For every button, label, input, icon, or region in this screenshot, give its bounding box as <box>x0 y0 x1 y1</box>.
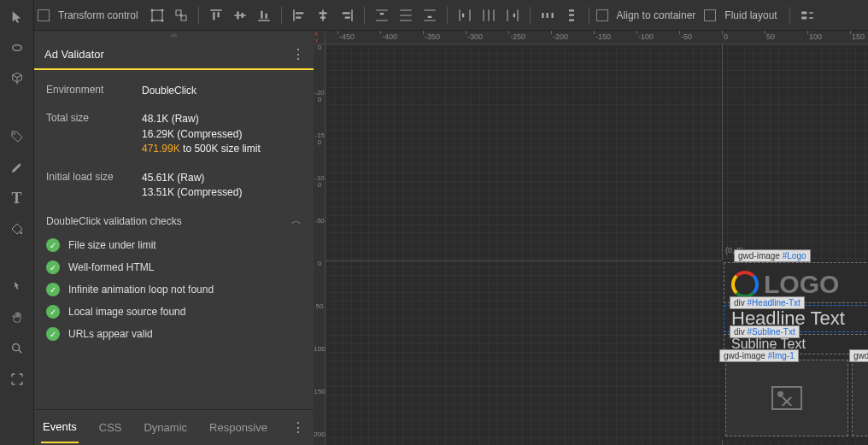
svg-point-7 <box>150 19 153 21</box>
stage[interactable]: (0, 0) gwd-image #Logo LOGO div #Headlin… <box>326 44 868 445</box>
svg-point-0 <box>12 45 21 51</box>
svg-rect-23 <box>462 13 464 17</box>
svg-rect-30 <box>569 19 574 20</box>
vertical-ruler: 0 -200 -150 -100 -50 0 50 100 150 200 <box>314 44 326 445</box>
bounding-box-icon[interactable] <box>147 5 167 26</box>
fullscreen-tool-icon[interactable] <box>7 369 27 389</box>
distribute-left-icon[interactable] <box>455 5 475 26</box>
horizontal-ruler: -450 -400 -350 -300 -250 -200 -150 -100 … <box>326 31 868 44</box>
tab-css[interactable]: CSS <box>97 413 124 442</box>
initial-load-label: Initial load size <box>46 171 142 201</box>
align-vcenter-icon[interactable] <box>230 5 250 26</box>
svg-rect-14 <box>265 13 267 18</box>
panel-menu-icon[interactable]: ⋮ <box>291 46 303 62</box>
align-left-icon[interactable] <box>289 5 309 26</box>
check-ok-icon: ✓ <box>46 238 60 252</box>
transform-control-label: Transform control <box>58 9 138 21</box>
initial-load-value: 45.61K (Raw) 13.51K (Compressed) <box>142 171 302 201</box>
svg-point-8 <box>161 19 163 21</box>
svg-rect-24 <box>513 13 514 17</box>
fluid-layout-label: Fluid layout <box>724 9 777 21</box>
svg-rect-9 <box>213 12 214 20</box>
svg-rect-27 <box>551 13 553 18</box>
align-right-icon[interactable] <box>337 5 357 26</box>
svg-rect-18 <box>320 16 326 18</box>
distribute-bottom-icon[interactable] <box>419 5 440 26</box>
svg-point-6 <box>161 9 163 11</box>
svg-point-2 <box>20 231 22 234</box>
align-bottom-icon[interactable] <box>254 5 274 26</box>
check-ok-icon: ✓ <box>46 327 60 341</box>
spacing-h-icon[interactable] <box>537 5 558 26</box>
ad-preview[interactable]: gwd-image #Logo LOGO div #Headline-Txt H… <box>722 261 868 440</box>
left-toolbar: T <box>0 0 34 445</box>
pointer-tool-icon[interactable] <box>7 277 27 297</box>
logo-icon <box>731 271 759 298</box>
pen-tool-icon[interactable] <box>7 157 27 178</box>
canvas-area: XY -450 -400 -350 -300 -250 -200 -150 -1… <box>314 31 868 445</box>
top-toolbar: Transform control Align to container Flu… <box>0 0 868 31</box>
svg-rect-11 <box>237 11 238 19</box>
svg-point-1 <box>13 133 15 135</box>
fluid-layout-checkbox[interactable] <box>704 9 716 21</box>
check-ok-icon: ✓ <box>46 283 60 296</box>
resize-icon[interactable] <box>171 5 191 26</box>
panel-drag-handle[interactable]: ═ <box>34 31 314 39</box>
total-size-value: 48.1K (Raw) 16.29K (Compressed) 471.99K … <box>142 112 302 156</box>
environment-value: DoubleClick <box>142 84 302 98</box>
svg-rect-28 <box>569 9 574 11</box>
tabs-menu-icon[interactable]: ⋮ <box>291 419 305 436</box>
zoom-tool-icon[interactable] <box>7 338 27 359</box>
distribute-hcenter-icon[interactable] <box>478 5 499 26</box>
svg-rect-16 <box>296 16 301 18</box>
chevron-up-icon: ︿ <box>291 214 302 228</box>
align-top-icon[interactable] <box>206 5 226 26</box>
environment-label: Environment <box>46 84 142 98</box>
motion-path-tool-icon[interactable] <box>7 38 27 58</box>
fill-tool-icon[interactable] <box>7 219 27 239</box>
distribute-vcenter-icon[interactable] <box>396 5 416 26</box>
spacing-v-icon[interactable] <box>561 5 582 26</box>
ruler-origin-icon: XY <box>314 31 326 44</box>
size-warning: 471.99K <box>142 143 180 155</box>
svg-rect-17 <box>319 12 326 14</box>
panel-body: Environment DoubleClick Total size 48.1K… <box>34 70 314 409</box>
svg-rect-4 <box>152 10 162 20</box>
tab-events[interactable]: Events <box>41 412 79 443</box>
more-layout-icon[interactable] <box>797 5 818 26</box>
distribute-right-icon[interactable] <box>502 5 523 26</box>
text-tool-icon[interactable]: T <box>7 188 27 208</box>
transform-control-checkbox[interactable] <box>38 9 50 21</box>
ad-validator-panel: ═ Ad Validator ⋮ Environment DoubleClick… <box>34 31 314 445</box>
check-item: ✓Local image source found <box>46 305 302 319</box>
align-container-checkbox[interactable] <box>596 9 608 21</box>
svg-rect-25 <box>542 13 543 18</box>
check-ok-icon: ✓ <box>46 261 60 274</box>
element-tag[interactable]: gwd-image #Img-2 <box>849 349 868 362</box>
hand-tool-icon[interactable] <box>7 307 27 328</box>
image-1-element[interactable]: gwd-image #Img-1 <box>725 360 848 436</box>
svg-rect-15 <box>296 12 303 14</box>
tab-dynamic[interactable]: Dynamic <box>142 413 189 442</box>
svg-point-3 <box>12 344 19 351</box>
align-hcenter-icon[interactable] <box>313 5 333 26</box>
image-2-element[interactable]: gwd-image #Img-2 <box>852 360 868 436</box>
bottom-tabs: Events CSS Dynamic Responsive ⋮ <box>34 409 314 445</box>
element-tag[interactable]: div #Subline-Txt <box>730 325 800 338</box>
element-tag[interactable]: gwd-image #Img-1 <box>719 349 799 362</box>
panel-title: Ad Validator <box>44 48 104 61</box>
check-item: ✓Infinite animation loop not found <box>46 283 302 296</box>
distribute-top-icon[interactable] <box>372 5 392 26</box>
selection-tool-icon[interactable] <box>7 7 27 27</box>
check-item: ✓File size under limit <box>46 238 302 252</box>
validation-section-header[interactable]: DoubleClick validation checks ︿ <box>46 214 302 228</box>
logo-text: LOGO <box>764 270 839 299</box>
element-tag[interactable]: gwd-image #Logo <box>734 249 811 262</box>
3d-tool-icon[interactable] <box>7 68 27 89</box>
tag-tool-icon[interactable] <box>7 126 27 147</box>
svg-rect-22 <box>427 15 431 17</box>
svg-rect-29 <box>569 14 574 15</box>
tab-responsive[interactable]: Responsive <box>208 413 269 442</box>
svg-rect-12 <box>241 13 243 18</box>
element-tag[interactable]: div #Headline-Txt <box>730 296 805 309</box>
